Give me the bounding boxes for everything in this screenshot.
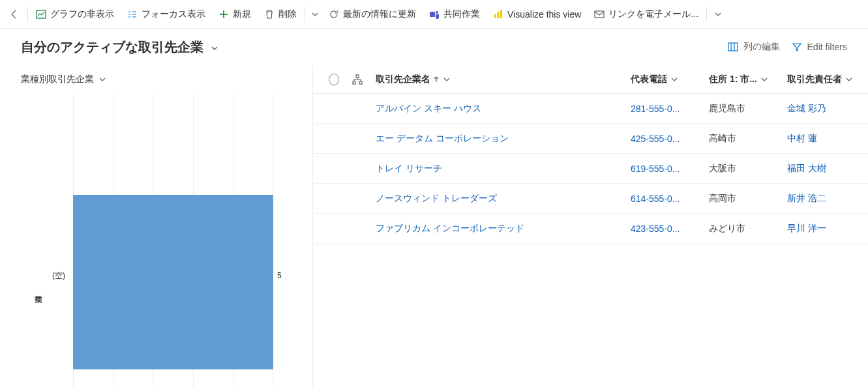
- chart-selector[interactable]: 業種別取引先企業: [21, 74, 106, 85]
- grid-body: アルパイン スキー ハウス281-555-0...鹿児島市金城 彩乃エー データ…: [313, 94, 868, 244]
- new-label: 新規: [233, 8, 251, 20]
- teams-icon: [429, 9, 440, 20]
- chart-body: (空) 5 業種: [0, 94, 312, 387]
- focus-view-button[interactable]: フォーカス表示: [121, 0, 212, 28]
- overflow-button[interactable]: [708, 0, 726, 28]
- phone-link[interactable]: 281-555-0...: [631, 104, 680, 114]
- trash-icon: [264, 9, 275, 20]
- account-name-link[interactable]: ファブリカム インコーポレーテッド: [376, 223, 524, 235]
- column-header-city[interactable]: 住所 1: 市...: [702, 74, 781, 85]
- hide-chart-label: グラフの非表示: [50, 8, 114, 20]
- svg-rect-5: [500, 10, 502, 18]
- new-button[interactable]: 新規: [212, 0, 258, 28]
- command-bar: グラフの非表示 フォーカス表示 新規 削除 最新の情報に更新 共同作: [0, 0, 868, 29]
- chevron-down-icon: [715, 9, 721, 20]
- hierarchy-header[interactable]: [346, 74, 369, 85]
- chart-icon: [36, 9, 46, 20]
- hide-chart-button[interactable]: グラフの非表示: [29, 0, 121, 28]
- chevron-down-icon: [99, 74, 106, 85]
- owner-link[interactable]: 福田 大樹: [787, 163, 826, 175]
- column-name-label: 取引先企業名: [376, 74, 430, 85]
- chart-bar[interactable]: [73, 195, 273, 369]
- chevron-down-icon: [846, 74, 852, 85]
- edit-filters-label: Edit filters: [807, 42, 847, 52]
- hierarchy-icon: [352, 74, 363, 85]
- column-header-owner[interactable]: 取引先責任者: [781, 74, 859, 85]
- account-name-link[interactable]: トレイ リサーチ: [376, 163, 442, 175]
- svg-rect-13: [359, 81, 362, 84]
- view-title-selector[interactable]: 自分のアクティブな取引先企業: [21, 38, 218, 56]
- powerbi-icon: [493, 9, 503, 20]
- table-row[interactable]: ノースウィンド トレーダーズ614-555-0...高岡市新井 浩二: [313, 184, 868, 214]
- email-link-label: リンクを電子メール...: [608, 8, 698, 20]
- chart-header: 業種別取引先企業: [0, 65, 312, 94]
- city-cell: みどり市: [702, 223, 781, 235]
- city-cell: 大阪市: [702, 163, 781, 175]
- close-chart-button[interactable]: [286, 73, 299, 86]
- svg-rect-6: [595, 11, 604, 18]
- plus-icon: [218, 9, 229, 20]
- chart-title-text: 業種別取引先企業: [21, 74, 94, 85]
- collaborate-label: 共同作業: [443, 8, 480, 20]
- focus-icon: [127, 9, 138, 20]
- account-name-link[interactable]: エー データム コーポレーション: [376, 133, 509, 145]
- column-owner-label: 取引先責任者: [787, 74, 842, 85]
- account-name-link[interactable]: ノースウィンド トレーダーズ: [376, 193, 497, 205]
- more-button[interactable]: [262, 73, 275, 86]
- city-cell: 高岡市: [702, 193, 781, 205]
- select-all-cell[interactable]: [322, 74, 346, 85]
- back-arrow-icon: [9, 9, 20, 20]
- phone-link[interactable]: 614-555-0...: [631, 194, 680, 204]
- svg-rect-11: [356, 75, 359, 78]
- refresh-icon: [329, 9, 339, 20]
- chevron-down-icon: [761, 74, 768, 85]
- delete-button[interactable]: 削除: [258, 0, 303, 28]
- owner-link[interactable]: 新井 浩二: [787, 193, 826, 205]
- collaborate-button[interactable]: 共同作業: [423, 0, 486, 28]
- column-phone-label: 代表電話: [631, 74, 667, 85]
- account-name-link[interactable]: アルパイン スキー ハウス: [376, 103, 481, 115]
- chevron-down-icon: [211, 40, 218, 55]
- svg-rect-7: [728, 43, 738, 51]
- svg-rect-4: [498, 12, 500, 18]
- table-row[interactable]: エー データム コーポレーション425-555-0...高崎市中村 蓮: [313, 124, 868, 154]
- column-city-label: 住所 1: 市...: [709, 74, 757, 85]
- table-row[interactable]: アルパイン スキー ハウス281-555-0...鹿児島市金城 彩乃: [313, 94, 868, 124]
- phone-link[interactable]: 423-555-0...: [631, 223, 680, 234]
- separator: [27, 7, 28, 22]
- table-row[interactable]: ファブリカム インコーポレーテッド423-555-0...みどり市早川 洋一: [313, 214, 868, 244]
- grid-header: 取引先企業名 代表電話 住所 1: 市...: [313, 65, 868, 94]
- sort-asc-icon: [433, 74, 440, 85]
- chart-panel: 業種別取引先企業: [0, 65, 313, 387]
- column-header-phone[interactable]: 代表電話: [624, 74, 702, 85]
- edit-columns-button[interactable]: 列の編集: [728, 41, 780, 53]
- columns-icon: [728, 42, 738, 52]
- city-cell: 高崎市: [702, 133, 781, 145]
- svg-point-2: [436, 11, 438, 14]
- svg-rect-3: [494, 14, 496, 18]
- filter-icon: [792, 42, 802, 52]
- visualize-button[interactable]: Visualize this view: [486, 0, 588, 28]
- chevron-down-icon: [312, 9, 318, 20]
- phone-link[interactable]: 619-555-0...: [631, 164, 680, 174]
- owner-link[interactable]: 中村 蓮: [787, 133, 817, 145]
- content-area: 業種別取引先企業: [0, 65, 868, 387]
- owner-link[interactable]: 金城 彩乃: [787, 103, 826, 115]
- owner-link[interactable]: 早川 洋一: [787, 223, 826, 235]
- chevron-down-icon: [443, 74, 450, 85]
- table-row[interactable]: トレイ リサーチ619-555-0...大阪市福田 大樹: [313, 154, 868, 184]
- refresh-button[interactable]: 最新の情報に更新: [322, 0, 423, 28]
- focus-view-label: フォーカス表示: [142, 8, 205, 20]
- separator: [706, 7, 707, 22]
- phone-link[interactable]: 425-555-0...: [631, 134, 680, 144]
- edit-filters-button[interactable]: Edit filters: [792, 42, 847, 52]
- delete-split-button[interactable]: [307, 0, 322, 28]
- column-header-name[interactable]: 取引先企業名: [369, 74, 624, 85]
- email-link-button[interactable]: リンクを電子メール...: [588, 0, 705, 28]
- email-icon: [594, 9, 605, 20]
- back-button[interactable]: [3, 0, 26, 28]
- separator: [305, 7, 305, 22]
- chart-category-label: (空): [52, 270, 65, 281]
- chart-value-label: 5: [277, 271, 282, 280]
- edit-columns-label: 列の編集: [743, 41, 780, 53]
